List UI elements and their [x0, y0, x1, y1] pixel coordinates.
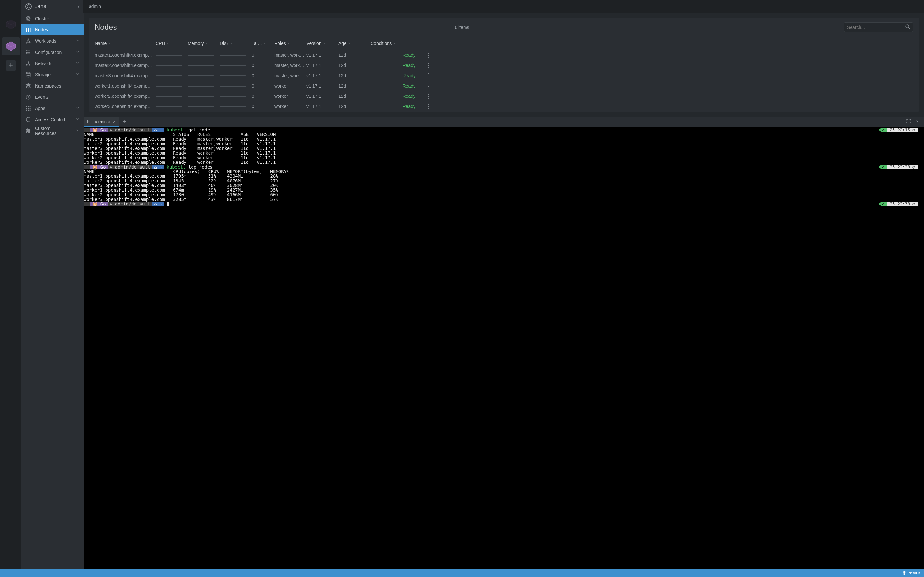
sidebar-item-access-control[interactable]: Access Control	[21, 114, 84, 125]
usage-bar	[188, 96, 214, 97]
sort-caret-icon: ▾	[108, 41, 110, 45]
svg-point-26	[26, 50, 27, 51]
nodes-table: Name▾CPU▾Memory▾Disk▾Tai…▾Roles▾Version▾…	[89, 37, 919, 111]
svg-rect-46	[29, 109, 31, 111]
row-menu-button[interactable]: ⋮	[419, 82, 431, 89]
column-label: Memory	[188, 41, 204, 46]
row-menu-button[interactable]: ⋮	[419, 93, 431, 100]
add-terminal-button[interactable]: +	[120, 117, 129, 127]
svg-point-18	[26, 42, 27, 43]
usage-bar	[220, 75, 246, 76]
table-row[interactable]: worker1.openshift4.examp…0workerv1.17.11…	[89, 81, 919, 91]
row-menu-button[interactable]: ⋮	[419, 62, 431, 69]
plus-icon: +	[9, 61, 13, 69]
svg-point-47	[906, 25, 909, 27]
sidebar-item-namespaces[interactable]: Namespaces	[21, 80, 84, 91]
close-icon[interactable]: ✕	[112, 119, 116, 124]
column-header[interactable]: Name▾	[95, 41, 156, 46]
column-header[interactable]: Age▾	[338, 41, 371, 46]
column-header[interactable]: Tai…▾	[252, 41, 274, 46]
brand-area[interactable]: Lens ‹	[21, 0, 84, 13]
chevron-down-icon	[75, 49, 80, 55]
add-cluster-button[interactable]: +	[6, 60, 16, 71]
terminal-output[interactable]: 🐹 Go⎈ admin/default⌂ ~kubectl get node✓2…	[84, 127, 924, 569]
timestamp-value: 23:22:38 ◷	[887, 201, 918, 206]
cell-memory	[188, 55, 220, 56]
table-row[interactable]: master2.openshift4.examp…0master, work…v…	[89, 60, 919, 71]
prompt-segment-path: ⌂ ~	[152, 165, 164, 169]
svg-line-10	[27, 17, 27, 18]
svg-rect-43	[29, 108, 31, 109]
column-header[interactable]: Disk▾	[220, 41, 252, 46]
sidebar-item-label: Cluster	[35, 16, 49, 21]
sort-caret-icon: ▾	[394, 41, 395, 45]
sidebar-item-storage[interactable]: Storage	[21, 69, 84, 80]
table-row[interactable]: worker2.openshift4.examp…0workerv1.17.11…	[89, 91, 919, 101]
search-box[interactable]	[844, 23, 913, 32]
row-menu-button[interactable]: ⋮	[419, 103, 431, 110]
column-label: Disk	[220, 41, 228, 46]
cell-disk	[220, 85, 252, 87]
column-header[interactable]: Conditions▾	[371, 41, 419, 46]
svg-line-48	[908, 27, 909, 29]
column-header[interactable]: CPU▾	[156, 41, 188, 46]
brand-name: Lens	[34, 3, 46, 10]
svg-rect-41	[26, 108, 27, 109]
sidebar-item-label: Events	[35, 95, 49, 100]
sidebar-item-network[interactable]: Network	[21, 58, 84, 69]
svg-point-27	[26, 52, 27, 53]
column-header[interactable]: Roles▾	[274, 41, 306, 46]
breadcrumb: admin	[84, 4, 101, 9]
svg-point-29	[28, 61, 29, 63]
terminal-icon	[87, 119, 91, 125]
chevron-down-icon[interactable]	[915, 119, 920, 125]
table-row[interactable]: master1.openshift4.examp…0master, work…v…	[89, 50, 919, 60]
cell-roles: worker	[274, 83, 306, 89]
topbar-left-spacer	[0, 0, 21, 13]
cell-version: v1.17.1	[306, 104, 338, 109]
status-namespace[interactable]: default	[909, 571, 920, 575]
svg-point-19	[29, 42, 31, 43]
sidebar-item-label: Namespaces	[35, 83, 61, 89]
sidebar-item-events[interactable]: Events	[21, 91, 84, 103]
cluster-item-1[interactable]	[2, 15, 20, 33]
sidebar-item-workloads[interactable]: Workloads	[21, 35, 84, 47]
terminal-tab[interactable]: Terminal ✕	[84, 117, 120, 127]
layers-icon	[902, 571, 907, 576]
sidebar-item-apps[interactable]: Apps	[21, 103, 84, 114]
terminal-line: worker1.openshift4.example.com Ready wor…	[84, 151, 924, 155]
row-menu-button[interactable]: ⋮	[419, 52, 431, 59]
sidebar-item-label: Configuration	[35, 50, 61, 55]
row-menu-button[interactable]: ⋮	[419, 72, 431, 79]
search-input[interactable]	[847, 25, 905, 30]
svg-point-5	[27, 18, 29, 19]
column-label: Version	[306, 41, 321, 46]
sort-caret-icon: ▾	[323, 41, 325, 45]
cell-version: v1.17.1	[306, 93, 338, 99]
cell-name: worker3.openshift4.examp…	[95, 104, 156, 109]
sidebar-item-configuration[interactable]: Configuration	[21, 47, 84, 58]
check-icon: ✓	[879, 201, 887, 206]
collapse-sidebar-icon[interactable]: ‹	[78, 3, 79, 10]
table-row[interactable]: worker3.openshift4.examp…0workerv1.17.11…	[89, 101, 919, 111]
sidebar-item-nodes[interactable]: Nodes	[21, 24, 84, 35]
page-title: Nodes	[95, 23, 117, 32]
svg-line-33	[27, 64, 29, 64]
cell-disk	[220, 96, 252, 97]
table-row[interactable]: master3.openshift4.examp…0master, work…v…	[89, 71, 919, 81]
usage-bar	[156, 55, 182, 56]
fullscreen-icon[interactable]	[906, 119, 911, 125]
activity-bar: +	[0, 13, 21, 569]
column-header[interactable]: Version▾	[306, 41, 338, 46]
column-header[interactable]: Memory▾	[188, 41, 220, 46]
sidebar-item-cluster[interactable]: Cluster	[21, 13, 84, 24]
prompt-segment-os	[84, 165, 90, 169]
prompt-segment-context: ⎈ admin/default	[108, 201, 152, 206]
sort-caret-icon: ▾	[349, 41, 350, 45]
terminal-line: master3.openshift4.example.com 1403m 40%…	[84, 183, 924, 187]
sidebar-item-label: Custom Resources	[35, 126, 71, 136]
command-exe: kubectl	[166, 165, 186, 169]
cluster-item-2[interactable]	[2, 37, 20, 55]
cell-age: 12d	[338, 93, 371, 99]
sidebar-item-custom-resources[interactable]: Custom Resources	[21, 125, 84, 136]
